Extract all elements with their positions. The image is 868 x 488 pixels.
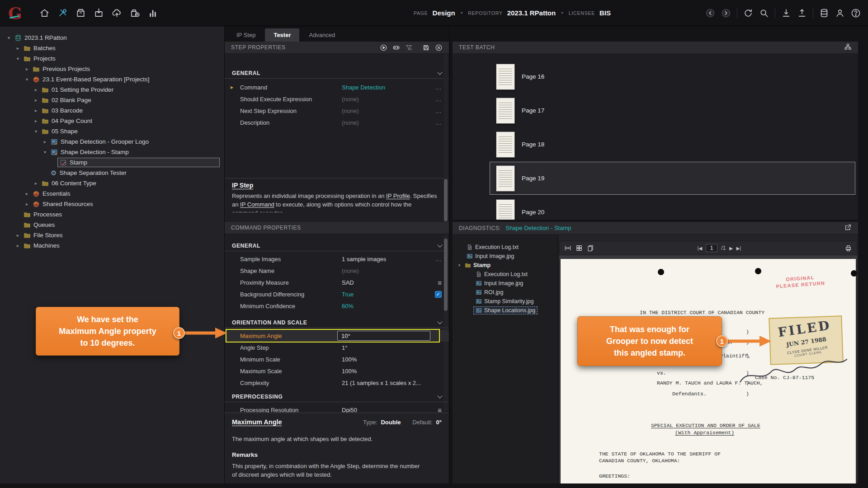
- pages-icon[interactable]: [587, 244, 594, 252]
- batch-page-page-18[interactable]: Page 18: [453, 127, 858, 161]
- back-icon[interactable]: [705, 8, 715, 18]
- save-icon[interactable]: [422, 44, 430, 52]
- tree-item-previous-projects[interactable]: ▸Previous Projects: [0, 64, 224, 74]
- expander-closed-icon[interactable]: ▸: [14, 46, 21, 51]
- bar-chart-icon[interactable]: [148, 8, 158, 18]
- tree-item-essentials[interactable]: ▸Essentials: [0, 188, 224, 199]
- tree-item-stamp[interactable]: Stamp: [0, 157, 224, 168]
- prop-value-background-differencing[interactable]: True: [342, 291, 430, 298]
- open-external-icon[interactable]: [844, 224, 852, 231]
- prop-row-should-execute-expression[interactable]: Should Execute Expression(none)...: [225, 93, 449, 105]
- prop-value-proximity-measure[interactable]: SAD: [342, 279, 430, 286]
- diag-item-shape-locations-jpg[interactable]: Shape Locations.jpg: [453, 306, 558, 315]
- scrollbar-thumb[interactable]: [444, 179, 448, 221]
- diag-item-execution-log-txt[interactable]: Execution Log.txt: [453, 243, 558, 252]
- diag-item-input-image-jpg[interactable]: Input Image.jpg: [453, 279, 558, 288]
- help-link[interactable]: IP Command: [240, 201, 274, 208]
- print-icon[interactable]: [844, 244, 852, 252]
- collapse-chevron-icon[interactable]: [437, 70, 442, 75]
- expander-open-icon[interactable]: ▾: [33, 129, 39, 134]
- diag-item-stamp-similarity-jpg[interactable]: Stamp Similarity.jpg: [453, 297, 558, 306]
- expander-open-icon[interactable]: ▾: [24, 77, 30, 82]
- tab-tester[interactable]: Tester: [265, 28, 299, 42]
- tree-item-batches[interactable]: ▸Batches: [0, 43, 224, 53]
- expander-closed-icon[interactable]: ▸: [33, 181, 39, 186]
- tree-item-shape-detection-stamp[interactable]: ▾Shape Detection - Stamp: [0, 147, 224, 157]
- section-header-orientation-and-scale[interactable]: ORIENTATION AND SCALE: [225, 317, 449, 328]
- grid-view-icon[interactable]: [576, 244, 583, 252]
- ellipsis-button[interactable]: ...: [430, 256, 442, 263]
- diagnostics-link[interactable]: Shape Detection - Stamp: [505, 225, 571, 231]
- prop-row-minimum-scale[interactable]: Minimum Scale100%: [225, 353, 449, 365]
- fit-width-icon[interactable]: [564, 244, 571, 252]
- menu-icon[interactable]: ≡: [430, 279, 442, 286]
- prop-row-next-step-expression[interactable]: Next Step Expression(none)...: [225, 105, 449, 117]
- tree-item-03-barcode[interactable]: ▸03 Barcode: [0, 105, 224, 116]
- prop-row-maximum-scale[interactable]: Maximum Scale100%: [225, 365, 449, 377]
- home-icon[interactable]: [39, 8, 50, 18]
- prop-row-minimum-confidence[interactable]: Minimum Confidence60%: [225, 300, 449, 312]
- run-icon[interactable]: [380, 44, 387, 52]
- prop-row-maximum-angle[interactable]: Maximum Angle10°: [225, 330, 449, 342]
- expander-closed-icon[interactable]: ▸: [42, 139, 48, 144]
- prop-row-command[interactable]: ▶CommandShape Detection...: [225, 81, 449, 93]
- diag-item-roi-jpg[interactable]: ROI.jpg: [453, 288, 558, 297]
- batches-icon[interactable]: [75, 8, 86, 18]
- import-box-icon[interactable]: [94, 8, 104, 18]
- prop-row-shape-name[interactable]: Shape Name(none): [225, 265, 449, 277]
- prop-row-description[interactable]: Description(none)...: [225, 117, 449, 128]
- tree-item-23-1-event-based-separation-projects[interactable]: ▾23.1 Event-Based Separation [Projects]: [0, 74, 224, 84]
- expander-open-icon[interactable]: ▾: [456, 263, 462, 267]
- prop-value-shape-name[interactable]: (none): [342, 267, 430, 274]
- tree-item-shape-detection-grooper-logo[interactable]: ▸Shape Detection - Grooper Logo: [0, 136, 224, 147]
- ellipsis-button[interactable]: ...: [430, 84, 442, 91]
- ellipsis-button[interactable]: ...: [430, 108, 442, 114]
- next-page-button[interactable]: ▶: [729, 246, 733, 251]
- batch-page-page-20[interactable]: Page 20: [453, 195, 858, 220]
- hierarchy-icon[interactable]: [844, 43, 852, 51]
- diag-item-stamp[interactable]: ▾Stamp: [453, 261, 558, 270]
- tree-item-queues[interactable]: Queues: [0, 220, 224, 230]
- expander-closed-icon[interactable]: ▸: [33, 87, 39, 92]
- close-icon[interactable]: [435, 44, 443, 52]
- expander-closed-icon[interactable]: ▸: [14, 243, 21, 248]
- refresh-icon[interactable]: [743, 8, 753, 18]
- prop-row-angle-step[interactable]: Angle Step1°: [225, 342, 449, 353]
- tree-item-2023-1-rpatton[interactable]: ▾2023.1 RPatton: [0, 33, 224, 43]
- diag-item-execution-log-txt[interactable]: Execution Log.txt: [453, 270, 558, 279]
- prop-row-complexity[interactable]: Complexity21 (1 samples x 1 scales x 2..…: [225, 377, 449, 389]
- scheduled-box-icon[interactable]: [130, 8, 140, 18]
- tree-item-shared-resources[interactable]: ▸Shared Resources: [0, 199, 224, 209]
- diag-item-input-image-jpg[interactable]: Input Image.jpg: [453, 252, 558, 261]
- upload-icon[interactable]: [797, 8, 807, 18]
- tree-item-04-page-count[interactable]: ▸04 Page Count: [0, 116, 224, 126]
- prop-row-background-differencing[interactable]: Background DifferencingTrue✓: [225, 288, 449, 300]
- expander-closed-icon[interactable]: ▸: [24, 66, 30, 71]
- prop-value-sample-images[interactable]: 1 sample images: [342, 256, 430, 263]
- ellipsis-button[interactable]: ...: [430, 119, 442, 126]
- prop-value-command[interactable]: Shape Detection: [342, 84, 430, 91]
- tree-item-05-shape[interactable]: ▾05 Shape: [0, 126, 224, 136]
- prop-value-minimum-confidence[interactable]: 60%: [342, 303, 430, 310]
- prop-editor-maximum-angle[interactable]: 10°: [337, 331, 430, 341]
- forward-icon[interactable]: [721, 8, 731, 18]
- expander-closed-icon[interactable]: ▸: [33, 98, 39, 103]
- tab-ip-step[interactable]: IP Step: [228, 28, 264, 42]
- tools-icon[interactable]: [57, 8, 68, 18]
- scrollbar-thumb[interactable]: [444, 239, 448, 311]
- prop-value-complexity[interactable]: 21 (1 samples x 1 scales x 2...: [342, 380, 430, 386]
- tree-item-processes[interactable]: Processes: [0, 209, 224, 220]
- tree-item-machines[interactable]: ▸Machines: [0, 240, 224, 251]
- tree-item-01-setting-the-provider[interactable]: ▸01 Setting the Provider: [0, 84, 224, 95]
- section-header-general[interactable]: GENERAL: [225, 240, 449, 251]
- checkbox-checked[interactable]: ✓: [435, 291, 442, 298]
- batch-page-page-17[interactable]: Page 17: [453, 94, 858, 127]
- batch-page-page-16[interactable]: Page 16: [453, 60, 858, 94]
- collapse-chevron-icon[interactable]: [437, 393, 442, 398]
- first-page-button[interactable]: |◀: [698, 246, 702, 251]
- section-header-preprocessing[interactable]: PREPROCESSING: [225, 391, 449, 402]
- expander-closed-icon[interactable]: ▸: [24, 202, 30, 206]
- expander-closed-icon[interactable]: ▸: [14, 233, 21, 238]
- prop-value-minimum-scale[interactable]: 100%: [342, 356, 430, 363]
- prop-row-sample-images[interactable]: Sample Images1 sample images...: [225, 253, 449, 265]
